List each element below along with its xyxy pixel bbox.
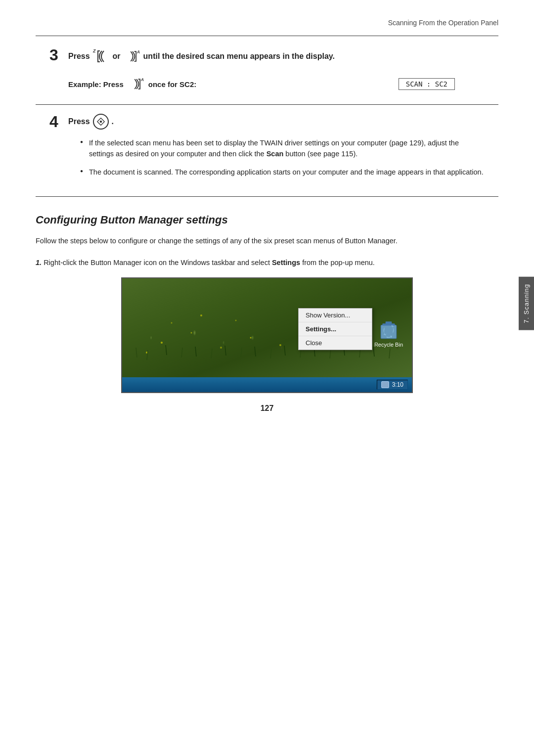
step4-number: 4 bbox=[49, 114, 63, 130]
section-title: Configuring Button Manager settings bbox=[36, 214, 498, 226]
svg-point-5 bbox=[161, 342, 163, 344]
taskbar-time: 3:10 bbox=[392, 381, 403, 388]
scan-display: SCAN : SC2 bbox=[399, 78, 455, 90]
bullet-list: If the selected scan menu has been set t… bbox=[68, 137, 485, 178]
example-row: Example: Press A once for SC2: bbox=[68, 75, 485, 93]
svg-line-22 bbox=[211, 349, 212, 358]
svg-point-12 bbox=[235, 319, 237, 321]
start-button[interactable] bbox=[93, 114, 109, 130]
context-menu-close-label: Close bbox=[306, 339, 322, 347]
section-step1: 1. Right-click the Button Manager icon o… bbox=[36, 257, 498, 268]
screenshot-container: Recycle Bin Show Version... Settings... … bbox=[121, 277, 413, 393]
taskbar: 3:10 bbox=[122, 377, 412, 392]
step3-press-label: Press bbox=[68, 50, 90, 62]
section-step1-text: Right-click the Button Manager icon on t… bbox=[44, 259, 270, 267]
svg-line-23 bbox=[225, 346, 226, 356]
bullet-item-2: The document is scanned. The correspondi… bbox=[80, 167, 485, 178]
step4-period: . bbox=[112, 117, 114, 126]
svg-line-33 bbox=[373, 347, 374, 356]
svg-point-8 bbox=[250, 337, 252, 338]
step4-row: 4 Press . If the selected scan me bbox=[49, 114, 485, 184]
svg-line-18 bbox=[147, 350, 148, 360]
svg-line-27 bbox=[284, 346, 285, 356]
svg-line-26 bbox=[270, 349, 271, 358]
example-suffix: once for SC2: bbox=[148, 80, 197, 89]
step3-or-label: or bbox=[113, 50, 121, 62]
step4-press-label: Press bbox=[68, 117, 90, 126]
taskbar-icon bbox=[381, 381, 389, 388]
svg-line-17 bbox=[136, 348, 137, 357]
svg-point-10 bbox=[171, 322, 173, 323]
step3-box: 3 Press Z or bbox=[36, 36, 498, 105]
recycle-bin-label: Recycle Bin bbox=[374, 342, 403, 348]
svg-text:Z: Z bbox=[92, 48, 96, 53]
page-number: 127 bbox=[0, 393, 534, 422]
step4-box: 4 Press . If the selected scan me bbox=[36, 105, 498, 197]
example-line: Example: Press A once for SC2: bbox=[68, 75, 196, 93]
context-menu-close[interactable]: Close bbox=[299, 336, 372, 350]
svg-point-6 bbox=[191, 332, 192, 333]
left-arrow-button[interactable]: Z bbox=[92, 47, 111, 66]
step4-content: Press . If the selected scan menu has be… bbox=[68, 114, 485, 184]
svg-point-11 bbox=[200, 314, 202, 316]
svg-rect-37 bbox=[386, 321, 392, 324]
svg-point-4 bbox=[99, 121, 102, 123]
svg-point-9 bbox=[279, 344, 281, 346]
recycle-bin: Recycle Bin bbox=[374, 320, 403, 348]
example-right-arrow-button[interactable]: A bbox=[127, 75, 145, 93]
section-step1-suffix: from the pop-up menu. bbox=[302, 259, 375, 267]
header-title: Scanning From the Operation Panel bbox=[388, 19, 498, 27]
left-arrow-icon: Z bbox=[92, 47, 111, 66]
bullet1-bold-scan: Scan bbox=[267, 150, 284, 158]
taskbar-clock: 3:10 bbox=[377, 380, 408, 390]
main-content: 3 Press Z or bbox=[0, 36, 534, 393]
screenshot-background: Recycle Bin Show Version... Settings... … bbox=[122, 278, 412, 377]
context-menu-settings[interactable]: Settings... bbox=[299, 322, 372, 336]
svg-line-25 bbox=[255, 347, 256, 356]
svg-line-19 bbox=[166, 345, 167, 355]
example-right-arrow-icon: A bbox=[127, 75, 145, 93]
step3-row: 3 Press Z or bbox=[49, 47, 485, 93]
right-arrow-button[interactable]: A bbox=[123, 47, 141, 66]
right-arrow-icon: A bbox=[123, 47, 141, 66]
svg-line-24 bbox=[241, 348, 242, 357]
bullet2-text: The document is scanned. The correspondi… bbox=[89, 168, 484, 176]
context-menu-settings-label: Settings... bbox=[306, 325, 336, 333]
context-menu-show-version-label: Show Version... bbox=[306, 311, 350, 319]
page-header: Scanning From the Operation Panel bbox=[0, 0, 534, 36]
bullet1-text-post: button (see page 115). bbox=[283, 150, 357, 158]
context-menu: Show Version... Settings... Close bbox=[298, 308, 372, 350]
step4-instruction: Press . bbox=[68, 114, 485, 130]
section-step1-num: 1. bbox=[36, 259, 42, 267]
svg-point-7 bbox=[220, 347, 222, 349]
svg-text:A: A bbox=[140, 78, 144, 82]
example-label: Example: Press bbox=[68, 80, 124, 89]
svg-text:A: A bbox=[136, 50, 140, 54]
bullet-item-1: If the selected scan menu has been set t… bbox=[80, 137, 485, 160]
recycle-bin-icon bbox=[378, 320, 399, 341]
context-menu-show-version[interactable]: Show Version... bbox=[299, 309, 372, 322]
svg-rect-35 bbox=[381, 325, 397, 338]
start-diamond-icon bbox=[96, 117, 105, 126]
step3-number: 3 bbox=[49, 47, 63, 63]
step3-instruction: Press Z or bbox=[68, 47, 485, 66]
section-intro: Follow the steps below to configure or c… bbox=[36, 235, 498, 247]
svg-line-30 bbox=[330, 349, 331, 358]
svg-line-34 bbox=[389, 349, 390, 358]
side-tab: 7. Scanning bbox=[519, 277, 534, 330]
section-step1-bold: Settings bbox=[272, 259, 300, 267]
svg-line-20 bbox=[181, 348, 182, 357]
step3-content: Press Z or bbox=[68, 47, 485, 93]
svg-line-21 bbox=[195, 347, 196, 356]
step3-instruction-text: until the desired scan menu appears in t… bbox=[143, 50, 335, 62]
